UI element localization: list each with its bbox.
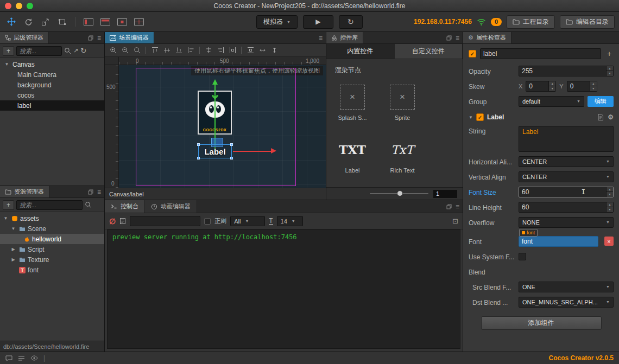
resize-handle[interactable] — [230, 157, 233, 159]
canvas-fit-full-button[interactable] — [132, 15, 146, 29]
tab-assets[interactable]: 资源管理器 — [0, 186, 49, 197]
skew-y-stepper[interactable]: ▲▼ — [590, 81, 597, 91]
float-panel-icon[interactable] — [88, 35, 93, 41]
label-node[interactable]: Label — [198, 144, 232, 158]
simulator-dropdown[interactable]: 模拟器 ▼ — [256, 15, 298, 29]
align-vcenter-icon[interactable] — [162, 46, 171, 55]
resize-handle[interactable] — [230, 143, 233, 146]
scene-canvas[interactable]: 0 500 1,000 500 0 使用鼠标右键平移视窗焦点，使用滚轮缩放视图 — [105, 57, 326, 188]
float-panel-icon[interactable] — [88, 189, 93, 195]
rotate-tool-button[interactable] — [21, 15, 35, 29]
collapse-log-icon[interactable] — [119, 218, 126, 225]
same-width-icon[interactable] — [258, 46, 267, 55]
rect-transform-tool-button[interactable] — [55, 15, 69, 29]
hierarchy-search-input[interactable] — [16, 46, 62, 56]
align-right-icon[interactable] — [216, 46, 225, 55]
search-icon[interactable] — [85, 201, 92, 208]
label-enabled-checkbox[interactable]: ✓ — [476, 113, 484, 121]
line-height-stepper[interactable]: ▲▼ — [606, 202, 613, 212]
font-asset-input[interactable] — [519, 237, 598, 246]
asset-row-script[interactable]: ▶ Script — [0, 244, 104, 254]
use-system-font-checkbox[interactable] — [519, 253, 526, 260]
zoom-reset-icon[interactable] — [132, 46, 141, 55]
console-font-size-dropdown[interactable]: 14 ▼ — [277, 216, 303, 226]
help-doc-icon[interactable] — [598, 114, 603, 120]
expand-all-icon[interactable]: ↗ — [73, 47, 78, 54]
canvas-fit-left-button[interactable] — [81, 15, 96, 29]
widget-item-sprite[interactable]: × Sprite — [385, 85, 420, 121]
widget-item-label[interactable]: TXT Label — [335, 137, 370, 174]
add-component-button[interactable]: 添加组件 — [481, 316, 602, 330]
menu-icon[interactable]: ≡ — [319, 34, 323, 42]
tab-animation-editor[interactable]: 动画编辑器 — [145, 200, 197, 213]
src-blend-dropdown[interactable]: ONE ▼ — [519, 282, 614, 292]
string-textarea[interactable]: Label — [519, 126, 614, 152]
tree-collapsed-icon[interactable]: ▶ — [10, 247, 17, 252]
tree-node-main-camera[interactable]: Main Camera — [0, 69, 104, 80]
menu-icon[interactable]: ≡ — [97, 188, 101, 196]
line-height-input[interactable] — [519, 202, 606, 212]
move-tool-button[interactable] — [4, 15, 18, 29]
tree-collapsed-icon[interactable]: ▶ — [10, 257, 17, 262]
group-dropdown[interactable]: default ▼ — [519, 96, 584, 107]
console-filter-input[interactable] — [130, 216, 200, 226]
dock-panel-icon[interactable]: ⊡ — [452, 217, 458, 225]
create-asset-button[interactable]: + — [3, 200, 14, 210]
tab-hierarchy[interactable]: 层级管理器 — [0, 32, 49, 43]
asset-row-font[interactable]: T font — [0, 265, 104, 275]
opacity-stepper[interactable]: ▲▼ — [606, 66, 613, 76]
tree-expanded-icon[interactable]: ▼ — [3, 62, 10, 67]
asset-row-texture[interactable]: ▶ Texture — [0, 254, 104, 265]
maximize-window-button[interactable] — [27, 3, 33, 9]
refresh-icon[interactable]: ↻ — [80, 47, 86, 55]
align-top-icon[interactable] — [150, 46, 159, 55]
log-list-icon[interactable] — [18, 355, 25, 361]
skew-x-stepper[interactable]: ▲▼ — [548, 81, 555, 91]
widget-item-splash[interactable]: × Splash S... — [335, 85, 370, 121]
skew-x-input[interactable] — [526, 81, 548, 91]
node-name-input[interactable] — [481, 49, 601, 59]
font-asset-chip[interactable]: font — [519, 229, 538, 237]
menu-icon[interactable]: ≡ — [97, 34, 101, 42]
float-panel-icon[interactable] — [446, 35, 452, 41]
search-icon[interactable] — [64, 47, 71, 54]
tree-node-label[interactable]: label — [0, 100, 104, 111]
zoom-out-icon[interactable] — [121, 46, 129, 55]
tree-expanded-icon[interactable]: ▼ — [10, 226, 17, 231]
add-node-property-button[interactable]: + — [605, 49, 614, 58]
v-align-dropdown[interactable]: CENTER ▼ — [519, 171, 614, 182]
float-panel-icon[interactable] — [446, 204, 452, 209]
zoom-slider[interactable] — [370, 193, 428, 194]
resize-handle[interactable] — [197, 157, 200, 159]
edit-group-button[interactable]: 编辑 — [588, 96, 614, 107]
component-gear-icon[interactable]: ⚙ — [608, 113, 614, 121]
menu-icon[interactable]: ≡ — [456, 203, 459, 210]
resize-handle[interactable] — [197, 143, 200, 146]
play-button[interactable]: ▶ — [303, 15, 333, 29]
zoom-slider-handle[interactable] — [397, 190, 403, 196]
font-size-stepper[interactable]: ▲▼ — [606, 187, 613, 197]
tree-expanded-icon[interactable]: ▼ — [2, 216, 9, 221]
distribute-h-icon[interactable] — [228, 46, 237, 55]
asset-row-assets[interactable]: ▼ assets — [0, 213, 104, 223]
remove-font-button[interactable]: × — [604, 237, 614, 246]
same-height-icon[interactable] — [270, 46, 279, 55]
gizmo-x-axis[interactable] — [233, 151, 271, 152]
overflow-dropdown[interactable]: NONE ▼ — [519, 217, 614, 228]
label-component-header[interactable]: ▼ ✓ Label ⚙ — [469, 113, 614, 121]
tab-widget-library[interactable]: 控件库 — [326, 32, 363, 43]
skew-y-input[interactable] — [567, 81, 590, 91]
align-hcenter-icon[interactable] — [204, 46, 213, 55]
asset-row-helloworld[interactable]: helloworld — [0, 234, 104, 244]
console-output[interactable]: preview server running at http://localho… — [107, 229, 460, 349]
clear-console-icon[interactable]: ∅ — [109, 217, 116, 226]
tree-node-background[interactable]: background — [0, 80, 104, 90]
zoom-in-icon[interactable] — [109, 46, 117, 55]
asset-row-scene[interactable]: ▼ Scene — [0, 223, 104, 234]
widget-item-richtext[interactable]: TxT Rich Text — [385, 137, 420, 174]
tab-builtin-widgets[interactable]: 内置控件 — [326, 44, 395, 59]
log-level-dropdown[interactable]: All ▼ — [230, 216, 265, 226]
canvas-fit-center-button[interactable] — [115, 15, 129, 29]
eye-icon[interactable] — [30, 355, 38, 361]
open-project-dir-button[interactable]: 工程目录 — [507, 15, 555, 29]
